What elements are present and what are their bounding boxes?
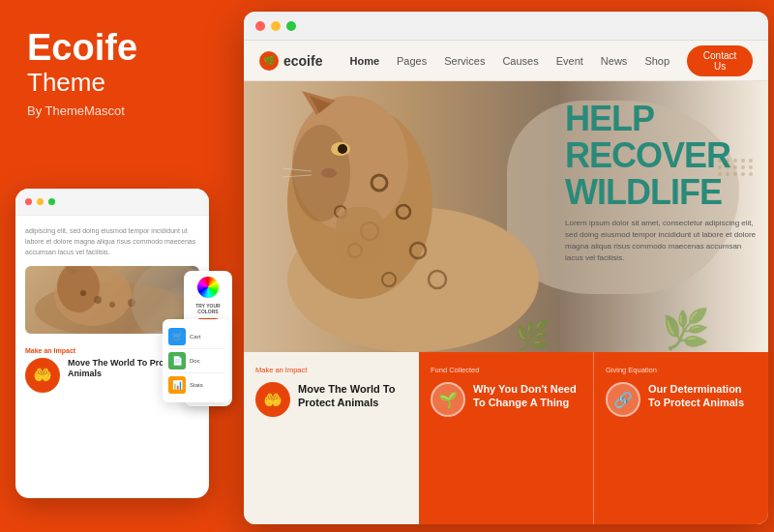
browser-dot-yellow	[271, 21, 281, 31]
browser-dot-green	[286, 21, 296, 31]
nav-causes[interactable]: Causes	[502, 55, 538, 67]
stats-icon: 📊	[168, 376, 186, 394]
small-card-overlay: 🛒 Cart 📄 Doc 📊 Stats	[163, 319, 230, 402]
card2-content: 🌱 Why You Don't Need To Change A Thing	[431, 382, 581, 417]
small-card-doc: 📄 Doc	[168, 349, 224, 373]
stats-label: Stats	[190, 382, 203, 388]
nav-shop[interactable]: Shop	[644, 55, 670, 67]
browser-mockup: 🌿 ecoife Home Pages Services Causes Even…	[244, 12, 768, 524]
hero-section: 🌿 🌿 HELP RECOVER WILDLIFE Lorem ipsum do…	[244, 81, 768, 352]
color-panel-title: TRY YOUR COLORS	[190, 303, 226, 314]
card1-title: Move The World To Protect Animals	[298, 382, 406, 410]
small-card-cart: 🛒 Cart	[168, 325, 224, 349]
plant-right: 🌿	[662, 307, 710, 352]
mobile-text-block: adipiscing elit, sed doing eiusmod tempo…	[25, 225, 199, 258]
card3-title: Our Determination To Protect Animals	[648, 382, 757, 410]
browser-dot-red	[255, 21, 265, 31]
color-wheel	[197, 277, 219, 298]
hero-line3: WILDLIFE	[565, 174, 759, 211]
hero-line2: RECOVER	[565, 137, 759, 174]
small-card-stats: 📊 Stats	[168, 373, 224, 397]
info-card-3: Giving Equation 🔗 Our Determination To P…	[594, 352, 768, 524]
svg-rect-27	[336, 207, 384, 265]
info-cards-section: Make an Impact 🤲 Move The World To Prote…	[244, 352, 768, 524]
svg-point-4	[109, 302, 115, 308]
hero-text-block: HELP RECOVER WILDLIFE Lorem ipsum dolor …	[565, 101, 759, 264]
card3-label: Giving Equation	[606, 366, 757, 374]
svg-point-23	[338, 144, 347, 154]
dot-green	[48, 198, 55, 205]
card1-label: Make an Impact	[255, 366, 406, 374]
plant-left: 🌿	[515, 318, 551, 352]
svg-point-6	[80, 290, 86, 296]
nav-news[interactable]: News	[601, 55, 628, 67]
logo-text: ecoife	[283, 53, 322, 69]
brand-title: Ecoife	[27, 29, 213, 66]
info-card-1: Make an Impact 🤲 Move The World To Prote…	[244, 352, 419, 524]
card3-content: 🔗 Our Determination To Protect Animals	[606, 382, 757, 417]
card2-label: Fund Collected	[431, 366, 581, 374]
browser-top-bar	[244, 12, 768, 41]
hands-icon: 🤲	[33, 366, 52, 384]
left-panel: Ecoife Theme By ThemeMascot adipiscing e…	[0, 0, 240, 532]
leopard-image	[263, 86, 553, 352]
card2-title: Why You Don't Need To Change A Thing	[473, 382, 581, 410]
hero-paragraph: Lorem ipsum dolor sit amet, consectetur …	[565, 218, 759, 264]
svg-point-24	[321, 168, 337, 178]
svg-point-3	[94, 296, 102, 304]
card3-icon: 🔗	[606, 382, 640, 417]
mobile-content: adipiscing elit, sed doing eiusmod tempo…	[15, 216, 209, 334]
brand-subtitle: Theme	[27, 68, 213, 98]
nav-pages[interactable]: Pages	[397, 55, 427, 67]
card2-icon: 🌱	[431, 382, 465, 417]
cart-icon: 🛒	[168, 328, 186, 345]
dot-red	[25, 198, 32, 205]
nav-event[interactable]: Event	[556, 55, 583, 67]
nav-logo: 🌿 ecoife	[259, 51, 322, 71]
doc-icon: 📄	[168, 352, 186, 369]
info-card-2: Fund Collected 🌱 Why You Don't Need To C…	[419, 352, 594, 524]
nav-home[interactable]: Home	[349, 55, 379, 67]
leopard-svg	[263, 86, 563, 352]
hero-line1: HELP	[565, 101, 759, 137]
mobile-top-bar	[15, 189, 209, 216]
mobile-impact-icon: 🤲	[25, 358, 60, 393]
cart-label: Cart	[190, 334, 200, 340]
brand-by: By ThemeMascot	[27, 103, 213, 118]
card1-icon: 🤲	[255, 382, 290, 417]
contact-button[interactable]: Contact Us	[687, 45, 753, 76]
dot-yellow	[37, 198, 44, 205]
card1-content: 🤲 Move The World To Protect Animals	[255, 382, 406, 417]
nav-services[interactable]: Services	[444, 55, 485, 67]
svg-point-5	[128, 299, 135, 307]
doc-label: Doc	[190, 358, 200, 364]
browser-navbar: 🌿 ecoife Home Pages Services Causes Even…	[244, 41, 768, 81]
logo-icon: 🌿	[259, 51, 279, 71]
hero-heading: HELP RECOVER WILDLIFE	[565, 101, 759, 210]
